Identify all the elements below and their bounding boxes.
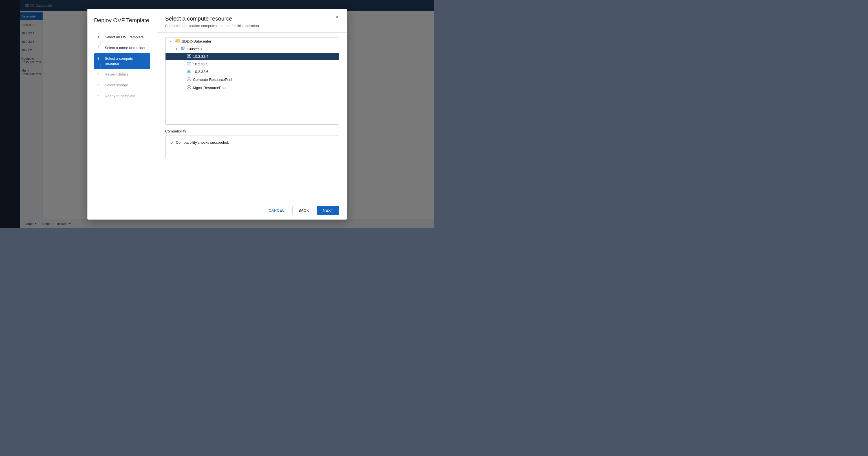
content-subtitle: Select the destination compute resource …	[165, 24, 339, 28]
chevron-datacenter: ▾	[170, 40, 174, 43]
cluster-icon	[181, 46, 186, 51]
tree-item-host1-label: 10.2.32.4	[193, 55, 208, 59]
host-icon-2	[186, 62, 191, 66]
step-1-label: Select an OVF template	[105, 35, 144, 40]
svg-rect-20	[188, 72, 189, 72]
tree-item-host2-label: 10.2.32.5	[193, 62, 208, 66]
tree-item-sddc-label: SDDC-Datacenter	[182, 39, 212, 43]
check-icon: ✓	[170, 141, 174, 146]
resource-pool-icon-1	[186, 77, 191, 82]
host-icon-1	[186, 54, 191, 59]
modal-footer: CANCEL BACK NEXT	[157, 201, 347, 220]
resource-pool-icon-2	[186, 85, 191, 91]
compatibility-section: Compatibility ✓ Compatibility checks suc…	[165, 129, 339, 158]
wizard-step-5: 5 Select storage	[94, 80, 150, 91]
tree-item-compute-rp[interactable]: Compute-ResourcePool	[165, 75, 339, 84]
compatibility-label: Compatibility	[165, 129, 339, 133]
content-title: Select a compute resource	[165, 15, 339, 22]
tree-item-host-10-2-32-4[interactable]: 10.2.32.4	[165, 53, 339, 60]
step-6-num: 6	[98, 94, 102, 98]
svg-point-24	[188, 87, 189, 88]
tree-item-host-10-2-32-6[interactable]: 10.2.32.6	[165, 68, 339, 75]
tree-item-host3-label: 10.2.32.6	[193, 70, 208, 74]
compatibility-message: Compatibility checks succeeded.	[176, 140, 229, 144]
step-5-num: 5	[98, 83, 102, 87]
modal-overlay: Deploy OVF Template 1 Select an OVF temp…	[0, 0, 434, 228]
content-body: ▾ SDDC-Datacent	[157, 33, 347, 201]
svg-rect-8	[182, 48, 183, 49]
host-icon-3	[186, 69, 191, 74]
svg-point-22	[188, 78, 189, 80]
wizard-step-6: 6 Ready to complete	[94, 91, 150, 101]
svg-rect-19	[188, 71, 190, 72]
tree-item-cluster-1[interactable]: ▾ Cluster-1	[165, 45, 339, 53]
svg-rect-3	[176, 41, 177, 42]
svg-rect-11	[188, 56, 190, 57]
tree-item-host-10-2-32-5[interactable]: 10.2.32.5	[165, 60, 339, 68]
datacenter-icon	[175, 39, 180, 44]
step-4-label: Review details	[105, 72, 129, 77]
wizard-title: Deploy OVF Template	[94, 17, 150, 24]
tree-item-sddc-datacenter[interactable]: ▾ SDDC-Datacent	[165, 37, 339, 45]
compute-resource-tree[interactable]: ▾ SDDC-Datacent	[165, 37, 339, 125]
svg-rect-18	[188, 70, 190, 71]
tree-item-cluster1-label: Cluster-1	[188, 47, 203, 51]
step-5-label: Select storage	[105, 83, 128, 88]
svg-rect-12	[188, 57, 189, 57]
wizard-steps: 1 Select an OVF template 2 Select a name…	[94, 32, 150, 101]
wizard-content: Select a compute resource Select the des…	[157, 9, 347, 220]
step-3-label: Select a compute resource	[105, 56, 147, 66]
wizard-step-4: 4 Review details	[94, 69, 150, 80]
svg-rect-1	[176, 40, 177, 41]
svg-rect-5	[179, 40, 179, 42]
chevron-cluster1: ▾	[176, 47, 179, 51]
tree-item-mgmt-rp[interactable]: Mgmt-ResourcePool	[165, 84, 339, 92]
step-3-num: 3	[98, 56, 102, 61]
step-1-num: 1	[98, 35, 102, 39]
wizard-step-2: 2 Select a name and folder	[94, 42, 150, 53]
step-4-num: 4	[98, 72, 102, 76]
wizard-step-1: 1 Select an OVF template	[94, 32, 150, 42]
back-button[interactable]: BACK	[292, 206, 315, 215]
step-2-label: Select a name and folder	[105, 45, 146, 51]
svg-rect-2	[177, 40, 178, 41]
svg-rect-10	[188, 55, 190, 56]
close-button[interactable]: ×	[333, 13, 341, 21]
step-6-label: Ready to complete	[105, 94, 135, 99]
svg-rect-4	[177, 41, 178, 42]
cancel-button[interactable]: CANCEL	[263, 206, 290, 215]
tree-item-crp-label: Compute-ResourcePool	[193, 77, 232, 82]
next-button[interactable]: NEXT	[317, 206, 339, 215]
compatibility-panel: ✓ Compatibility checks succeeded.	[165, 136, 339, 158]
svg-rect-15	[188, 64, 190, 64]
tree-item-mrp-label: Mgmt-ResourcePool	[193, 86, 227, 90]
step-2-num: 2	[98, 46, 102, 50]
content-header: Select a compute resource Select the des…	[157, 9, 347, 33]
wizard-step-3: 3 Select a compute resource	[94, 53, 150, 69]
svg-rect-14	[188, 63, 190, 63]
wizard-sidebar: Deploy OVF Template 1 Select an OVF temp…	[87, 9, 157, 220]
deploy-ovf-modal: Deploy OVF Template 1 Select an OVF temp…	[87, 9, 347, 220]
